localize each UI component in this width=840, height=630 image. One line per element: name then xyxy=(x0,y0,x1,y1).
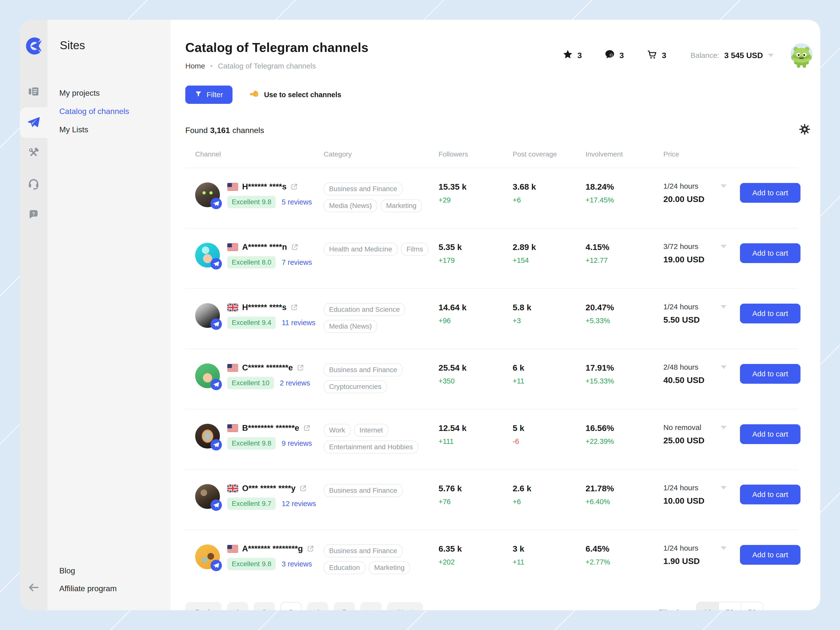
channel-name[interactable]: H****** ****s xyxy=(242,302,287,312)
rail-item-support[interactable] xyxy=(20,169,47,199)
pagination-next-button[interactable]: Next xyxy=(387,602,423,610)
reviews-link[interactable]: 12 reviews xyxy=(282,500,316,508)
price-dropdown-caret[interactable] xyxy=(721,426,726,429)
channel-name[interactable]: A******* ********g xyxy=(242,544,303,553)
page-size-option-50-2[interactable]: 50 xyxy=(741,602,763,610)
post-coverage-value: 6 k xyxy=(513,363,586,373)
column-header-category: Category xyxy=(324,150,439,158)
category-pill: Entertainment and Hobbies xyxy=(324,441,418,453)
price-dropdown-caret[interactable] xyxy=(721,366,726,369)
messages-counter[interactable]: 3 xyxy=(605,49,624,62)
favorites-counter[interactable]: 3 xyxy=(562,49,582,62)
cart-counter[interactable]: 3 xyxy=(647,49,666,62)
funnel-icon xyxy=(195,90,202,100)
table-row: C***** *******e Excellent 10 2 reviews B… xyxy=(185,349,798,410)
balance[interactable]: Balance: 3 545 USD xyxy=(690,51,774,60)
category-pill: Education and Science xyxy=(324,303,405,316)
price-term: 1/24 hours xyxy=(663,182,698,190)
sidebar-item-my-projects[interactable]: My projects xyxy=(59,88,159,98)
post-coverage-delta: +6 xyxy=(513,196,586,204)
category-pill: Films xyxy=(401,243,428,256)
reviews-link[interactable]: 3 reviews xyxy=(282,560,312,568)
sidebar-footer-item-blog[interactable]: Blog xyxy=(59,566,159,576)
external-link-icon[interactable] xyxy=(291,304,298,311)
involvement-value: 20.47% xyxy=(586,302,663,312)
external-link-icon[interactable] xyxy=(303,424,311,432)
add-to-cart-button[interactable]: Add to cart xyxy=(740,183,801,203)
price-dropdown-caret[interactable] xyxy=(721,245,726,248)
add-to-cart-button[interactable]: Add to cart xyxy=(740,545,801,565)
price-dropdown-caret[interactable] xyxy=(721,486,726,489)
table-row: H****** ****s Excellent 9.4 11 reviews E… xyxy=(185,289,798,349)
pagination-page-4[interactable]: 4 xyxy=(307,602,328,610)
channel-avatar xyxy=(195,484,220,509)
actions-row: Filter Use to select channels xyxy=(185,85,810,104)
reviews-link[interactable]: 9 reviews xyxy=(282,439,312,448)
telegram-badge-icon xyxy=(210,379,222,390)
category-pill: Media (News) xyxy=(324,199,377,212)
add-to-cart-button[interactable]: Add to cart xyxy=(740,424,801,444)
channel-avatar xyxy=(195,243,220,268)
category-pill: Work xyxy=(324,424,351,437)
add-to-cart-button[interactable]: Add to cart xyxy=(740,364,801,384)
breadcrumb-home-link[interactable]: Home xyxy=(185,62,205,70)
rail-item-help[interactable]: ? xyxy=(20,199,47,230)
post-coverage-value: 2.6 k xyxy=(513,484,586,493)
page-size-option-10-0[interactable]: 10 xyxy=(697,602,718,610)
sidebar-footer-item-affiliate-program[interactable]: Affiliate program xyxy=(59,584,159,594)
price-value: 10.00 USD xyxy=(663,496,740,506)
price-dropdown-caret[interactable] xyxy=(721,546,726,550)
channel-name[interactable]: A****** ****n xyxy=(242,242,287,252)
collapse-sidebar-button[interactable] xyxy=(27,581,40,595)
gb-flag-icon xyxy=(227,484,238,492)
filter-button[interactable]: Filter xyxy=(185,85,232,104)
rail-item-projects[interactable] xyxy=(20,77,47,107)
pagination-back-button[interactable]: Back xyxy=(185,602,222,610)
sidebar-footer: BlogAffiliate program xyxy=(59,566,159,594)
channel-name[interactable]: O*** ***** ****y xyxy=(242,484,295,493)
sidebar-item-my-lists[interactable]: My Lists xyxy=(59,125,159,135)
external-link-icon[interactable] xyxy=(291,243,298,251)
add-to-cart-button[interactable]: Add to cart xyxy=(740,304,801,323)
pagination-page-1[interactable]: 1 xyxy=(227,602,248,610)
rail-item-telegram-catalog[interactable] xyxy=(20,107,47,138)
channel-name[interactable]: H****** ****s xyxy=(242,182,287,192)
reviews-link[interactable]: 11 reviews xyxy=(282,319,315,327)
rating-badge: Excellent 8.0 xyxy=(227,256,276,269)
channel-name[interactable]: C***** *******e xyxy=(242,363,293,372)
page-size-option-50-1[interactable]: 50 xyxy=(718,602,741,610)
channel-name[interactable]: B******** ******e xyxy=(242,423,299,433)
telegram-badge-icon xyxy=(210,560,222,571)
involvement-value: 4.15% xyxy=(586,242,663,252)
followers-delta: +202 xyxy=(439,558,513,566)
reviews-link[interactable]: 5 reviews xyxy=(282,198,312,206)
pagination-page-5[interactable]: 5 xyxy=(334,602,355,610)
external-link-icon[interactable] xyxy=(307,545,314,552)
page-size-label: Filter by: xyxy=(658,608,687,610)
reviews-link[interactable]: 2 reviews xyxy=(280,379,310,387)
table-settings-gear-icon[interactable] xyxy=(799,123,810,137)
reviews-link[interactable]: 7 reviews xyxy=(282,258,312,266)
post-coverage-value: 5 k xyxy=(513,423,586,433)
app-logo[interactable] xyxy=(25,37,43,56)
add-to-cart-button[interactable]: Add to cart xyxy=(740,243,801,263)
price-dropdown-caret[interactable] xyxy=(721,305,726,309)
post-coverage-delta: -6 xyxy=(513,437,586,446)
followers-delta: +179 xyxy=(439,256,513,264)
external-link-icon[interactable] xyxy=(297,364,304,371)
telegram-badge-icon xyxy=(210,258,222,269)
pagination-page-3[interactable]: 3 xyxy=(280,602,302,610)
external-link-icon[interactable] xyxy=(291,183,298,190)
sidebar-item-catalog-of-channels[interactable]: Catalog of channels xyxy=(59,106,159,116)
user-avatar[interactable] xyxy=(788,41,815,69)
external-link-icon[interactable] xyxy=(300,484,307,492)
rail-item-tools[interactable] xyxy=(20,138,47,169)
price-dropdown-caret[interactable] xyxy=(721,184,726,188)
table-header-row: Channel Category Followers Post coverage… xyxy=(185,150,798,168)
pagination-ellipsis[interactable]: ••• xyxy=(360,602,382,610)
add-to-cart-button[interactable]: Add to cart xyxy=(740,484,801,504)
pagination-page-2[interactable]: 2 xyxy=(254,602,275,610)
rating-badge: Excellent 9.8 xyxy=(227,196,276,208)
us-flag-icon xyxy=(227,183,238,191)
sidebar: ? Sites My projectsCatalog of channelsMy… xyxy=(20,20,171,610)
